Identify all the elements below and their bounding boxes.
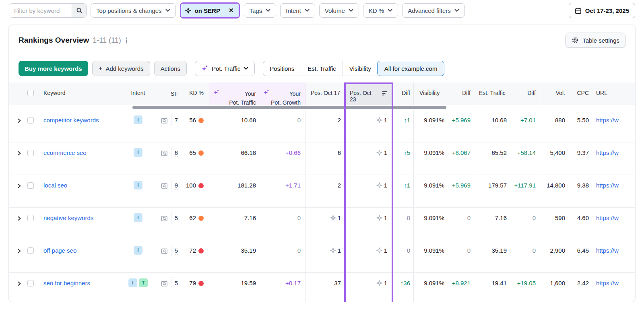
kd-value: 62 (189, 214, 196, 221)
expand-chevron-icon[interactable] (17, 281, 21, 286)
result-url[interactable]: https://w (596, 149, 619, 156)
keyword-filter-input[interactable] (9, 4, 72, 17)
intent-badge[interactable]: I (128, 278, 137, 287)
intent-badge[interactable]: I (134, 246, 142, 255)
col-intent[interactable]: Intent (124, 82, 152, 105)
tab-positions[interactable]: Positions (263, 61, 301, 76)
col-keyword[interactable]: Keyword (39, 82, 124, 105)
serp-features-icon[interactable] (161, 150, 168, 157)
tab-est-traffic[interactable]: Est. Traffic (301, 61, 343, 76)
col-diff-est-traffic[interactable]: Diff (511, 82, 540, 105)
add-keywords-button[interactable]: + Add keywords (92, 61, 150, 76)
serp-features-icon[interactable] (161, 183, 168, 190)
chevron-down-icon (388, 9, 392, 12)
row-checkbox[interactable] (27, 280, 34, 286)
est-traffic-value: 179.57 (474, 175, 511, 207)
kd-dropdown[interactable]: KD % (363, 3, 398, 18)
row-checkbox[interactable] (27, 182, 34, 189)
col-sf[interactable]: SF (152, 82, 184, 105)
col-pos-oct17[interactable]: Pos. Oct 17 (305, 82, 344, 105)
info-icon[interactable] (125, 37, 128, 43)
cpc-value: 2.42 (570, 273, 590, 302)
horizontal-scrollbar[interactable] (132, 106, 446, 109)
actions-button[interactable]: Actions (154, 61, 187, 76)
row-checkbox[interactable] (27, 215, 34, 221)
col-est-traffic[interactable]: Est. Traffic (474, 82, 511, 105)
metric-dropdown[interactable]: Pot. Traffic (195, 61, 255, 76)
pos-oct23-value: 1 (344, 273, 393, 302)
keyword-link[interactable]: seo for beginners (43, 280, 90, 286)
select-all-checkbox[interactable] (27, 90, 34, 96)
sf-count[interactable]: 6 (175, 149, 178, 157)
row-checkbox[interactable] (27, 117, 34, 124)
col-pos-oct23[interactable]: Pos. Oct 23 (344, 82, 393, 105)
expand-chevron-icon[interactable] (17, 150, 21, 156)
view-tabs: Positions Est. Traffic Visibility All fo… (263, 61, 444, 76)
expand-chevron-icon[interactable] (17, 118, 21, 124)
tab-visibility[interactable]: Visibility (343, 61, 378, 76)
row-checkbox[interactable] (27, 150, 34, 156)
result-url[interactable]: https://w (596, 182, 619, 189)
col-diff-pos[interactable]: Diff (393, 82, 413, 105)
result-url[interactable]: https://w (596, 280, 619, 286)
pos-diff-value: ↑36 (393, 273, 413, 302)
col-kd[interactable]: KD % (184, 82, 209, 105)
col-volume[interactable]: Vol. (540, 82, 570, 105)
table-settings-button[interactable]: Table settings (566, 33, 625, 48)
expand-chevron-icon[interactable] (17, 248, 21, 254)
date-range-picker[interactable]: Oct 17-23, 2025 (569, 3, 635, 18)
kd-dot (198, 248, 204, 253)
col-pot-traffic[interactable]: YourPot. Traffic (209, 82, 259, 105)
volume-dropdown[interactable]: Volume (319, 3, 359, 18)
col-cpc[interactable]: CPC (570, 82, 590, 105)
search-icon[interactable] (72, 4, 86, 17)
tags-dropdown[interactable]: Tags (244, 3, 277, 18)
intent-badge-2[interactable]: T (139, 278, 148, 287)
sf-count[interactable]: 9 (175, 182, 178, 190)
calendar-icon (575, 7, 582, 14)
intent-dropdown[interactable]: Intent (280, 3, 315, 18)
sf-count[interactable]: 5 (175, 247, 178, 255)
expand-chevron-icon[interactable] (17, 216, 21, 221)
serp-features-icon[interactable] (161, 248, 168, 255)
intent-badge[interactable]: I (134, 115, 142, 124)
result-url[interactable]: https://w (596, 214, 619, 221)
keyword-link[interactable]: off page seo (43, 247, 76, 254)
close-icon[interactable]: ✕ (228, 7, 235, 14)
chevron-down-icon (305, 9, 310, 12)
col-pot-growth[interactable]: YourPot. Growth (259, 82, 305, 105)
row-checkbox[interactable] (27, 247, 34, 254)
keyword-link[interactable]: local seo (43, 182, 67, 189)
result-url[interactable]: https://w (596, 247, 619, 254)
keyword-link[interactable]: competitor keywords (43, 117, 99, 124)
sf-count[interactable]: 7 (175, 117, 178, 124)
col-url[interactable]: URL (590, 82, 635, 105)
est-traffic-value: 19.41 (474, 273, 511, 302)
buy-more-keywords-button[interactable]: Buy more keywords (19, 61, 88, 76)
table-header-row: Keyword Intent SF KD % YourPot. Traffic … (9, 82, 635, 105)
visibility-value: 9.091% (413, 240, 449, 272)
col-diff-visibility[interactable]: Diff (449, 82, 474, 105)
intent-badge[interactable]: I (134, 148, 142, 157)
serp-features-icon[interactable] (161, 117, 168, 124)
serp-features-icon[interactable] (161, 280, 168, 287)
top-positions-dropdown[interactable]: Top positions & changes (91, 3, 176, 18)
expand-chevron-icon[interactable] (17, 183, 21, 189)
intent-badge[interactable]: I (134, 213, 142, 222)
sf-count[interactable]: 5 (175, 214, 178, 222)
keyword-link[interactable]: ecommerce seo (43, 149, 87, 156)
chevron-down-icon (244, 67, 248, 70)
pot-growth-value: 0 (259, 240, 305, 272)
intent-badge[interactable]: I (134, 181, 142, 190)
tab-all-for-domain[interactable]: All for example.com (377, 61, 445, 76)
advanced-filters-dropdown[interactable]: Advanced filters (402, 3, 465, 18)
pos-oct23-value: 1 (344, 142, 393, 175)
serp-filter-chip[interactable]: on SERP ✕ (181, 4, 239, 17)
est-traffic-diff-value: 0 (511, 240, 540, 272)
serp-features-icon[interactable] (161, 215, 168, 222)
top-positions-label: Top positions & changes (96, 7, 162, 14)
col-visibility[interactable]: Visibility (413, 82, 449, 105)
sf-count[interactable]: 5 (175, 280, 178, 287)
keyword-link[interactable]: negative keywords (43, 214, 93, 221)
result-url[interactable]: https://w (596, 117, 619, 124)
